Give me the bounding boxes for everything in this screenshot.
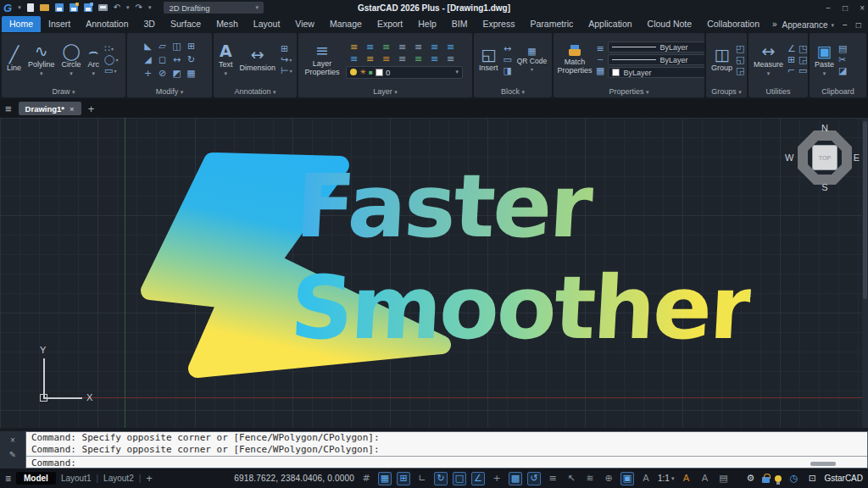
open-file-icon[interactable]: [40, 4, 49, 11]
compass-south-label[interactable]: S: [821, 182, 827, 192]
color-dropdown[interactable]: ByLayer ▾: [608, 67, 704, 78]
ortho-mode-toggle[interactable]: ∟: [415, 472, 429, 485]
tab-overflow-icon[interactable]: »: [767, 19, 782, 32]
tab-annotation[interactable]: Annotation: [78, 16, 136, 32]
layer-walk-icon[interactable]: ≡: [431, 54, 438, 64]
minimize-button[interactable]: −: [826, 3, 831, 13]
panel-label-modify[interactable]: Modify ▾: [127, 86, 212, 97]
compass-top-face[interactable]: TOP: [812, 145, 837, 170]
tab-home[interactable]: Home: [2, 16, 41, 32]
tab-express[interactable]: Express: [476, 16, 523, 32]
compass-west-label[interactable]: W: [785, 152, 793, 163]
point-tool-button[interactable]: ∷▾: [104, 44, 118, 53]
line-button[interactable]: ╱ Line: [5, 47, 23, 73]
undo-icon[interactable]: ↶: [114, 3, 120, 12]
group-edit-button[interactable]: ◱: [736, 55, 744, 64]
new-layout-button[interactable]: +: [146, 472, 153, 485]
tab-view[interactable]: View: [287, 16, 322, 32]
layer-merge-icon[interactable]: ≡: [415, 54, 422, 64]
compass-north-label[interactable]: N: [821, 123, 828, 133]
view-compass[interactable]: TOP N E S W: [792, 125, 858, 191]
snap-mode-toggle[interactable]: ⊞: [397, 472, 410, 485]
edit-block-button[interactable]: ◨: [504, 66, 512, 75]
mirror-button[interactable]: ◫: [172, 42, 181, 51]
doc-restore-button[interactable]: □: [856, 20, 861, 30]
group-manager-button[interactable]: ◲: [736, 66, 744, 75]
appearance-dropdown[interactable]: Appearance ▾: [782, 20, 834, 30]
command-edit-icon[interactable]: ✎: [9, 450, 16, 459]
tab-drawing1[interactable]: Drawing1* ×: [19, 102, 81, 115]
selection-cycling-toggle[interactable]: ↖: [565, 472, 578, 485]
object-snap-toggle[interactable]: □: [453, 472, 466, 485]
tab-surface[interactable]: Surface: [163, 16, 209, 32]
tab-mesh[interactable]: Mesh: [209, 16, 246, 32]
quick-calc-button[interactable]: ⊞: [787, 55, 796, 64]
panel-label-utilities[interactable]: Utilities: [748, 86, 808, 97]
tab-help[interactable]: Help: [410, 16, 444, 32]
hardware-acceleration-toggle[interactable]: ▣: [620, 472, 634, 485]
measure-button[interactable]: ↔ Measure ▾: [752, 43, 785, 77]
unit-list-button[interactable]: ▤: [716, 472, 730, 485]
tab-insert[interactable]: Insert: [41, 16, 78, 32]
scale-button[interactable]: ⊘: [159, 69, 166, 78]
new-file-icon[interactable]: [27, 3, 34, 12]
clean-screen-icon[interactable]: ◷: [787, 472, 800, 485]
model-grid-toggle[interactable]: #: [359, 472, 373, 485]
offset-button[interactable]: ↔: [173, 55, 181, 64]
panel-label-block[interactable]: Block ▾: [474, 86, 552, 97]
lineweight-display-toggle[interactable]: ≡: [546, 472, 559, 485]
save-icon[interactable]: [55, 3, 64, 12]
polar-tracking-toggle[interactable]: ↻: [434, 472, 448, 485]
layer-delete-icon[interactable]: ≡: [447, 54, 454, 64]
zoom-tool-icon[interactable]: ⊕: [602, 472, 615, 485]
snap-tracking-toggle[interactable]: +: [490, 472, 504, 485]
layout1-tab[interactable]: Layout1: [61, 474, 92, 483]
ungroup-button[interactable]: ◰: [736, 44, 744, 53]
command-window[interactable]: Command: Specify opposite corner or [Fen…: [25, 431, 868, 469]
qr-code-icon[interactable]: ▦: [527, 47, 536, 56]
command-input[interactable]: Command:: [26, 456, 867, 469]
layer-freeze-icon[interactable]: ≡: [415, 42, 422, 52]
tab-bim[interactable]: BIM: [444, 16, 476, 32]
tab-manage[interactable]: Manage: [322, 16, 370, 32]
plot-icon[interactable]: [98, 4, 108, 11]
three-d-navigation-toggle[interactable]: ≋: [583, 472, 597, 485]
model-tab[interactable]: Model: [16, 472, 56, 485]
tab-layout[interactable]: Layout: [246, 16, 288, 32]
layer-unlock-icon[interactable]: ≡: [398, 54, 406, 64]
app-logo[interactable]: G: [3, 3, 12, 14]
panel-label-annotation[interactable]: Annotation ▾: [214, 86, 297, 97]
save-all-icon[interactable]: [84, 3, 92, 12]
group-button[interactable]: ◫ Group: [709, 47, 734, 73]
annotation-auto-scale-toggle[interactable]: A: [679, 472, 693, 485]
trim-button[interactable]: ↻: [187, 55, 195, 64]
new-drawing-tab-button[interactable]: +: [88, 103, 95, 115]
point-style-button[interactable]: ◳: [798, 44, 807, 53]
ellipse-tool-button[interactable]: ◯▾: [104, 55, 118, 64]
save-as-icon[interactable]: [70, 3, 78, 12]
status-menu-icon[interactable]: ≡: [5, 473, 11, 485]
close-button[interactable]: ×: [860, 3, 865, 13]
canvas-vertical-scrollbar[interactable]: [862, 118, 868, 428]
circle-button[interactable]: ◯ Circle ▾: [60, 43, 83, 77]
drawing-tab-close-icon[interactable]: ×: [70, 104, 75, 114]
erase-button[interactable]: ◣: [144, 42, 151, 51]
id-point-button[interactable]: ⌐: [787, 66, 796, 75]
layer-state-icon[interactable]: ≡: [366, 54, 374, 64]
logo-caret-icon[interactable]: ▾: [18, 4, 21, 11]
lineweight-dropdown[interactable]: ByLayer ▾: [608, 42, 704, 53]
tab-collaboration[interactable]: Collaboration: [699, 16, 767, 32]
layer-off-icon[interactable]: ≡: [366, 42, 374, 52]
command-close-icon[interactable]: ×: [10, 435, 15, 445]
layer-select-dropdown[interactable]: ☀ ■ 0 ▾: [346, 66, 463, 79]
text-button[interactable]: A Text ▾: [217, 43, 235, 77]
create-block-button[interactable]: ▭: [504, 55, 512, 64]
layer-match-icon[interactable]: ≡: [447, 42, 454, 52]
stretch-button[interactable]: ◩: [172, 69, 181, 78]
layout2-tab[interactable]: Layout2: [103, 474, 134, 483]
table-button[interactable]: ⊞: [281, 44, 292, 53]
tab-3d[interactable]: 3D: [136, 16, 163, 32]
annotation-scale-dropdown[interactable]: 1:1 ▾: [658, 474, 674, 483]
drawing-canvas[interactable]: Faster Smoother TOP N E S W Y X: [0, 118, 868, 428]
boundary-button[interactable]: ▭: [798, 66, 807, 75]
